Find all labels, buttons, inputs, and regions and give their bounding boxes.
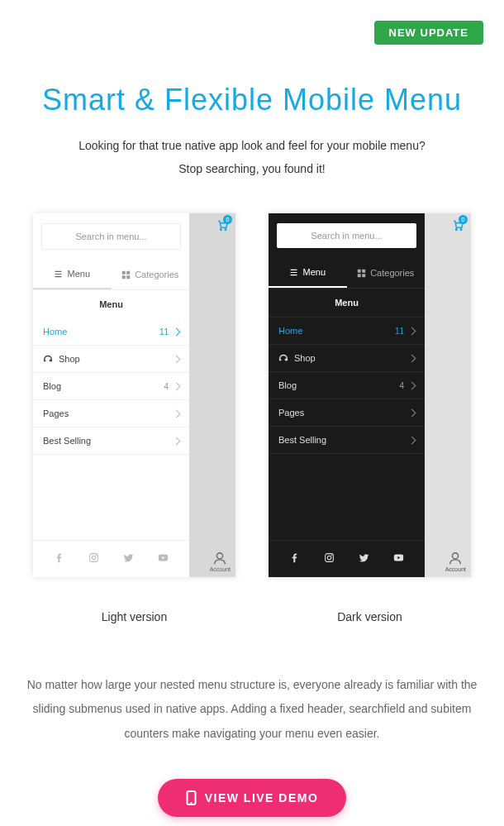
svg-rect-14	[362, 269, 365, 272]
menu-item-label: Pages	[278, 408, 409, 418]
svg-point-12	[453, 553, 459, 559]
svg-rect-6	[126, 275, 130, 279]
menu-item-pages[interactable]: Pages	[269, 399, 425, 427]
menu-header: Menu	[269, 289, 425, 318]
headset-icon	[43, 354, 53, 364]
tab-menu[interactable]: Menu	[269, 258, 347, 288]
menu-item-count: 11	[159, 327, 169, 337]
menu-header: Menu	[33, 290, 189, 318]
facebook-icon[interactable]	[289, 552, 300, 566]
new-update-badge: NEW UPDATE	[374, 21, 483, 45]
svg-point-0	[221, 229, 222, 231]
menu-item-label: Home	[43, 327, 159, 337]
svg-rect-17	[326, 554, 334, 562]
chevron-right-icon	[408, 408, 416, 417]
menu-item-best-selling[interactable]: Best Selling	[33, 427, 189, 455]
svg-point-11	[460, 229, 462, 231]
chevron-right-icon	[173, 382, 181, 390]
svg-point-18	[327, 556, 331, 560]
chevron-right-icon	[408, 436, 416, 444]
svg-rect-3	[122, 270, 126, 274]
svg-rect-13	[358, 269, 361, 272]
light-version-label: Light version	[33, 610, 235, 623]
menu-item-blog[interactable]: Blog4	[33, 373, 189, 400]
svg-rect-15	[358, 274, 361, 277]
search-input[interactable]: Search in menu...	[41, 223, 181, 250]
subtitle-2: Stop searching, you found it!	[25, 157, 479, 180]
chevron-right-icon	[173, 327, 181, 336]
svg-rect-5	[122, 275, 126, 279]
svg-rect-7	[90, 554, 98, 562]
svg-point-8	[92, 556, 96, 560]
menu-item-label: Home	[278, 326, 395, 336]
tab-menu[interactable]: Menu	[33, 260, 112, 289]
menu-item-home[interactable]: Home11	[33, 318, 189, 346]
search-input[interactable]: Search in menu...	[277, 223, 416, 248]
tab-categories[interactable]: Categories	[112, 260, 190, 289]
menu-item-label: Blog	[43, 381, 164, 391]
subtitle-1: Looking for that true native app look an…	[25, 134, 479, 157]
svg-point-10	[456, 229, 458, 231]
chevron-right-icon	[173, 409, 181, 418]
view-live-demo-button[interactable]: VIEW LIVE DEMO	[158, 779, 347, 817]
menu-item-count: 11	[395, 327, 404, 336]
headset-icon	[278, 353, 288, 363]
subtitle: Looking for that true native app look an…	[25, 134, 479, 180]
dark-version-label: Dark version	[269, 610, 471, 623]
svg-point-1	[225, 229, 226, 231]
menu-item-count: 4	[164, 382, 169, 391]
chevron-right-icon	[408, 327, 416, 335]
cart-badge: 0	[223, 215, 232, 224]
menu-item-label: Shop	[294, 353, 409, 363]
menu-item-label: Best Selling	[278, 435, 409, 445]
svg-point-19	[331, 555, 332, 556]
menu-item-label: Blog	[278, 380, 399, 390]
chevron-right-icon	[173, 355, 181, 363]
menu-item-label: Pages	[43, 408, 174, 418]
cta-label: VIEW LIVE DEMO	[205, 791, 319, 805]
tab-categories[interactable]: Categories	[347, 258, 426, 288]
description: No matter how large your nested menu str…	[25, 673, 479, 746]
svg-point-9	[96, 555, 97, 556]
twitter-icon[interactable]	[359, 552, 369, 566]
chevron-right-icon	[173, 437, 181, 445]
instagram-icon[interactable]	[88, 552, 99, 566]
instagram-icon[interactable]	[324, 552, 335, 566]
svg-point-2	[217, 553, 223, 559]
svg-rect-16	[362, 274, 365, 277]
menu-item-shop[interactable]: Shop	[33, 346, 189, 373]
twitter-icon[interactable]	[123, 552, 134, 566]
account-link[interactable]: Account	[445, 551, 466, 572]
svg-rect-4	[126, 270, 130, 274]
youtube-icon[interactable]	[393, 552, 404, 566]
menu-item-label: Shop	[59, 354, 174, 364]
menu-item-shop[interactable]: Shop	[269, 345, 425, 372]
facebook-icon[interactable]	[54, 552, 64, 566]
menu-item-label: Best Selling	[43, 436, 174, 446]
page-title: Smart & Flexible Mobile Menu	[25, 83, 479, 117]
menu-item-home[interactable]: Home11	[269, 318, 425, 345]
light-screenshot: 0AccountSearch in menu...MenuCategoriesM…	[33, 213, 235, 577]
cart-badge: 0	[459, 215, 468, 224]
menu-item-best-selling[interactable]: Best Selling	[269, 427, 425, 454]
dark-screenshot: 0AccountSearch in menu...MenuCategoriesM…	[269, 213, 471, 577]
mobile-icon	[186, 790, 197, 805]
menu-item-count: 4	[399, 381, 404, 390]
account-link[interactable]: Account	[210, 551, 231, 572]
chevron-right-icon	[408, 381, 416, 389]
chevron-right-icon	[408, 354, 416, 362]
menu-item-blog[interactable]: Blog4	[269, 372, 425, 399]
youtube-icon[interactable]	[158, 552, 169, 566]
menu-item-pages[interactable]: Pages	[33, 400, 189, 427]
